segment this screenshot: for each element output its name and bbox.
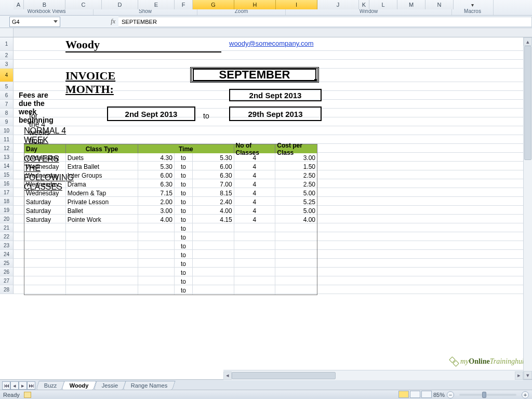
row-header-13[interactable]: 13 <box>0 153 14 162</box>
scroll-down-button[interactable]: ▾ <box>524 371 532 379</box>
row-header-27[interactable]: 27 <box>0 276 14 285</box>
row-header-19[interactable]: 19 <box>0 206 14 215</box>
fees-due-date: 2nd Sept 2013 <box>229 89 322 101</box>
watermark-logo: myOnlineTraininghub <box>450 357 526 366</box>
ribbon-group-label: Workbook Views <box>3 8 90 16</box>
row-header-16[interactable]: 16 <box>0 179 14 188</box>
row-header-21[interactable]: 21 <box>0 223 14 232</box>
vertical-scrollbar[interactable]: ▴ ▾ <box>523 37 532 379</box>
vscroll-thumb[interactable] <box>524 46 531 160</box>
hscroll-thumb[interactable] <box>232 372 336 379</box>
row-header-9[interactable]: 9 <box>0 117 14 126</box>
period-to-label: to <box>203 112 209 120</box>
column-header-L[interactable]: L <box>369 0 397 9</box>
table-row: to <box>24 224 317 233</box>
sheet-tab-buzz[interactable]: Buzz <box>36 381 65 390</box>
invoice-month-value: SEPTEMBER <box>190 67 319 83</box>
table-row: WednesdayDuets4.30to5.3043.00 <box>24 153 317 162</box>
row-header-3[interactable]: 3 <box>0 60 14 69</box>
ribbon-group-label: Show <box>97 8 194 16</box>
sheet-tab-jessie[interactable]: Jessie <box>94 381 126 390</box>
page-break-view-button[interactable] <box>421 391 432 398</box>
chevron-down-icon[interactable] <box>54 20 58 23</box>
macros-button[interactable]: ▾ <box>471 2 474 8</box>
zoom-slider[interactable] <box>459 394 516 396</box>
tab-prev-button[interactable]: ◂ <box>10 381 19 390</box>
row-header-7[interactable]: 7 <box>0 100 14 109</box>
column-header-N[interactable]: N <box>425 0 454 9</box>
ribbon-group-label: Zoom <box>201 8 282 16</box>
scroll-left-button[interactable]: ◂ <box>223 371 232 380</box>
table-row: to <box>24 233 317 242</box>
row-header-26[interactable]: 26 <box>0 268 14 276</box>
sheet-tab-woody[interactable]: Woody <box>62 381 97 390</box>
hub-icon <box>450 357 458 366</box>
status-ready: Ready <box>3 392 20 398</box>
period-to-date: 29th Sept 2013 <box>229 107 322 121</box>
column-header-M[interactable]: M <box>397 0 425 9</box>
row-header-5[interactable]: 5 <box>0 82 14 91</box>
row-header-25[interactable]: 25 <box>0 259 14 268</box>
column-header-H[interactable]: H <box>234 0 276 9</box>
zoom-out-button[interactable]: − <box>447 391 454 398</box>
zoom-in-button[interactable]: + <box>522 391 529 398</box>
row-header-20[interactable]: 20 <box>0 215 14 223</box>
row-header-4[interactable]: 4 <box>0 69 14 82</box>
column-header-F[interactable]: F <box>175 0 193 9</box>
formula-bar: G4 fx SEPTEMBER <box>0 16 532 28</box>
table-row: to <box>24 242 317 250</box>
row-header-2[interactable]: 2 <box>0 51 14 60</box>
row-header-12[interactable]: 12 <box>0 144 14 153</box>
column-header-K[interactable]: K <box>359 0 369 9</box>
column-header-D[interactable]: D <box>102 0 138 9</box>
tab-last-button[interactable]: ⏭ <box>27 381 35 390</box>
email-link[interactable]: woody@somecompany.com <box>229 39 314 47</box>
invoice-month-label: INVOICE MONTH: <box>65 69 115 96</box>
table-row: SaturdayPointe Work4.00to4.1544.00 <box>24 215 317 224</box>
horizontal-scrollbar[interactable]: ◂ ▸ <box>223 370 523 380</box>
column-header-B[interactable]: B <box>24 0 65 9</box>
table-header: DayClass TypeTimeNo of ClassesCost per C… <box>24 144 317 153</box>
classes-table: DayClass TypeTimeNo of ClassesCost per C… <box>24 144 317 295</box>
name-box[interactable]: G4 <box>9 17 60 27</box>
normal-view-button[interactable] <box>398 391 409 398</box>
column-header-C[interactable]: C <box>65 0 102 9</box>
column-header-A[interactable]: A <box>14 0 24 9</box>
row-header-28[interactable]: 28 <box>0 285 14 294</box>
sheet-tabs: ⏮ ◂ ▸ ⏭ BuzzWoodyJessieRange Names ◂ ▸ <box>0 379 532 390</box>
scroll-up-button[interactable]: ▴ <box>524 37 532 46</box>
row-header-22[interactable]: 22 <box>0 232 14 241</box>
column-header-I[interactable]: I <box>276 0 317 9</box>
tab-first-button[interactable]: ⏮ <box>2 381 10 390</box>
sheet-tab-range-names[interactable]: Range Names <box>123 381 176 390</box>
row-header-24[interactable]: 24 <box>0 250 14 259</box>
page-layout-view-button[interactable] <box>410 391 420 398</box>
table-row: WednesdayModern & Tap7.15to8.1545.00 <box>24 189 317 197</box>
fx-icon[interactable]: fx <box>111 18 115 25</box>
column-header-J[interactable]: J <box>317 0 359 9</box>
macro-record-icon[interactable] <box>24 392 31 398</box>
row-header-1[interactable]: 1 <box>0 37 14 51</box>
ribbon-group-label: Macros <box>455 8 490 16</box>
column-header-G[interactable]: G <box>193 0 234 9</box>
ribbon-group-label: Window <box>289 8 448 16</box>
formula-input[interactable]: SEPTEMBER <box>118 17 532 27</box>
zoom-level[interactable]: 85% <box>433 392 445 398</box>
tab-next-button[interactable]: ▸ <box>19 381 27 390</box>
scroll-right-button[interactable]: ▸ <box>515 371 523 380</box>
row-header-14[interactable]: 14 <box>0 162 14 170</box>
row-header-8[interactable]: 8 <box>0 109 14 117</box>
table-row: to <box>24 259 317 268</box>
row-header-15[interactable]: 15 <box>0 170 14 179</box>
view-switcher <box>398 391 431 399</box>
select-all-corner[interactable] <box>0 28 14 37</box>
column-header-E[interactable]: E <box>138 0 175 9</box>
row-headers: 1234567891011121314151617181920212223242… <box>0 37 14 294</box>
row-header-18[interactable]: 18 <box>0 197 14 206</box>
row-header-17[interactable]: 17 <box>0 188 14 197</box>
spreadsheet-grid[interactable]: 1234567891011121314151617181920212223242… <box>0 37 532 381</box>
row-header-10[interactable]: 10 <box>0 126 14 135</box>
row-header-23[interactable]: 23 <box>0 241 14 250</box>
row-header-11[interactable]: 11 <box>0 135 14 144</box>
row-header-6[interactable]: 6 <box>0 91 14 100</box>
